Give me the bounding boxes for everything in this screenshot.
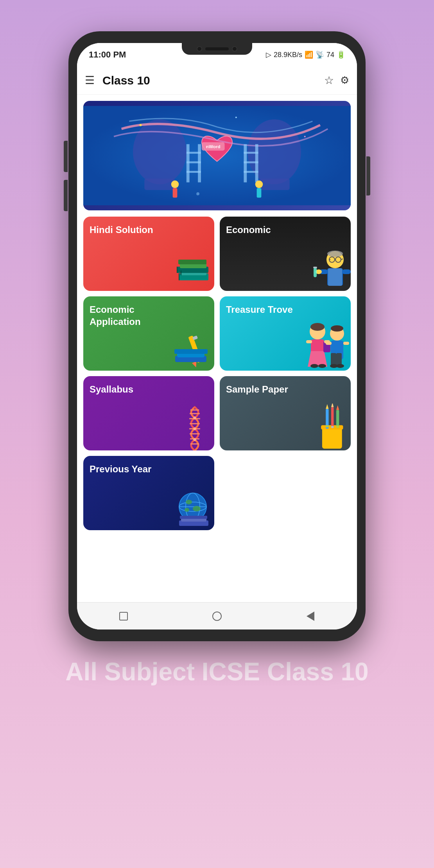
main-content: nWord Hindi Solution (77, 95, 357, 602)
svg-point-67 (318, 364, 326, 368)
back-button[interactable] (303, 608, 318, 624)
books-icon (163, 240, 214, 291)
svg-rect-7 (187, 152, 201, 154)
svg-rect-56 (306, 340, 312, 343)
phone-device: 11:00 PM ▷ 28.9KB/s 📶 📡 74 🔋 ☰ Class 10 … (68, 31, 366, 641)
svg-rect-89 (336, 410, 339, 428)
svg-point-78 (193, 416, 196, 419)
back-icon (307, 612, 314, 621)
card-label: Treasure Trove (226, 303, 303, 316)
svg-rect-45 (314, 267, 317, 277)
svg-point-23 (235, 117, 237, 118)
svg-point-69 (336, 364, 344, 368)
sensor (232, 46, 237, 52)
svg-rect-2 (144, 179, 175, 190)
card-previous-year[interactable]: Previous Year (83, 456, 214, 530)
speaker (205, 47, 229, 50)
svg-rect-4 (259, 179, 289, 190)
svg-point-17 (255, 181, 263, 188)
svg-rect-43 (342, 269, 351, 274)
square-icon (119, 612, 128, 621)
svg-rect-86 (331, 407, 334, 428)
svg-text:nWord: nWord (206, 144, 221, 149)
card-label: Economic (226, 224, 303, 236)
footer-text: All Subject ICSE Class 10 (50, 657, 384, 687)
battery-indicator: 74 (326, 51, 334, 59)
svg-point-66 (310, 364, 318, 368)
card-economic-application[interactable]: Economic Application (83, 296, 214, 371)
banner-image: nWord (83, 101, 351, 210)
pencil-books-icon (163, 320, 214, 371)
svg-point-1 (133, 119, 187, 184)
svg-rect-52 (174, 349, 208, 354)
globe-icon (163, 479, 214, 530)
pencil-cup-icon (300, 400, 351, 450)
svg-marker-87 (331, 404, 334, 407)
professor-icon (300, 240, 351, 291)
app-bar: ☰ Class 10 ☆ ⚙ (77, 66, 357, 95)
svg-rect-41 (328, 268, 342, 286)
power-button (366, 156, 370, 195)
card-label: Hindi Solution (90, 224, 167, 236)
svg-point-98 (185, 508, 189, 512)
svg-point-24 (196, 192, 199, 195)
menu-icon[interactable]: ☰ (85, 74, 95, 87)
svg-marker-90 (336, 405, 339, 410)
svg-point-80 (193, 438, 196, 441)
card-economic[interactable]: Economic (220, 217, 351, 291)
svg-point-58 (310, 323, 325, 331)
card-treasure-trove[interactable]: Treasure Trove (220, 296, 351, 371)
card-label: Previous Year (90, 463, 167, 475)
svg-point-97 (193, 506, 201, 511)
gear-icon[interactable]: ⚙ (340, 74, 349, 86)
card-syllabus[interactable]: Syallabus (83, 376, 214, 450)
battery-icon: 🔋 (337, 50, 345, 59)
star-icon[interactable]: ☆ (324, 74, 334, 87)
dna-icon (163, 400, 214, 450)
phone-body: 11:00 PM ▷ 28.9KB/s 📶 📡 74 🔋 ☰ Class 10 … (68, 31, 366, 641)
wifi-icon: 📡 (316, 50, 324, 59)
svg-rect-85 (326, 425, 328, 427)
banner-illustration: nWord (83, 101, 351, 210)
svg-rect-101 (180, 516, 207, 519)
svg-rect-29 (178, 260, 206, 264)
play-icon: ▷ (266, 50, 271, 59)
card-sample-paper[interactable]: Sample Paper (220, 376, 351, 450)
page-title: Class 10 (102, 74, 324, 87)
camera-notch (182, 43, 252, 55)
svg-rect-64 (343, 342, 349, 345)
svg-marker-48 (192, 361, 198, 368)
status-time: 11:00 PM (89, 50, 126, 60)
svg-point-15 (171, 181, 179, 188)
square-button[interactable] (116, 608, 131, 624)
signal-icon: 📶 (305, 50, 313, 59)
svg-rect-18 (257, 188, 262, 197)
front-camera (197, 46, 202, 52)
speed-indicator: 28.9KB/s (274, 51, 302, 59)
svg-rect-13 (244, 161, 258, 163)
volume-up-button (64, 141, 68, 172)
home-button[interactable] (209, 608, 225, 624)
card-hindi-solution[interactable]: Hindi Solution (83, 217, 214, 291)
bottom-nav (77, 602, 357, 629)
svg-rect-16 (173, 188, 178, 197)
svg-rect-14 (244, 171, 258, 173)
card-label: Economic Application (90, 303, 167, 328)
status-icons: ▷ 28.9KB/s 📶 📡 74 🔋 (266, 50, 345, 59)
svg-point-21 (140, 124, 142, 126)
svg-rect-46 (313, 267, 317, 268)
svg-point-96 (186, 500, 192, 504)
svg-point-22 (304, 136, 306, 137)
svg-rect-63 (326, 342, 332, 345)
home-icon (212, 612, 222, 621)
svg-rect-9 (187, 171, 201, 173)
svg-rect-88 (331, 426, 334, 428)
volume-down-button (64, 180, 68, 211)
svg-rect-91 (336, 425, 339, 428)
cards-grid: Hindi Solution (77, 217, 357, 536)
card-label: Sample Paper (226, 383, 303, 395)
svg-point-79 (193, 427, 196, 430)
svg-point-34 (327, 251, 343, 257)
svg-rect-81 (322, 427, 342, 448)
card-label: Syallabus (90, 383, 167, 395)
